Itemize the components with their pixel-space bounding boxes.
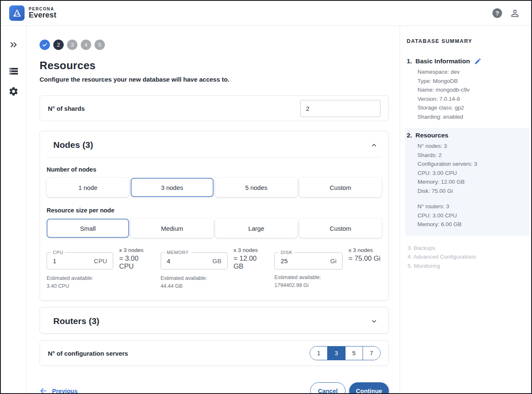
summary-line-storage-class: Storage class: gp2 xyxy=(418,103,525,112)
settings-gear-icon[interactable] xyxy=(8,86,19,97)
config-servers-option-1[interactable]: 1 xyxy=(310,347,327,360)
summary-line-cpu: CPU: 3.00 CPU xyxy=(418,169,525,178)
cpu-multiplier-nodes: x 3 nodes xyxy=(119,247,154,253)
footer-actions: Cancel Continue xyxy=(310,382,389,393)
step-5[interactable]: 5 xyxy=(94,40,105,50)
summary-line-shards: Shards: 2 xyxy=(418,151,525,160)
size-option-large[interactable]: Large xyxy=(215,219,298,238)
disk-total: = 75.00 Gi xyxy=(348,254,380,262)
summary-resources-title: Resources xyxy=(415,132,448,139)
memory-estimated-value: 44.44 GB xyxy=(161,282,268,290)
database-summary-title: DATABASE SUMMARY xyxy=(407,38,525,44)
resource-size-toggle-group: Small Medium Large Custom xyxy=(47,219,382,238)
node-option-1-node[interactable]: 1 node xyxy=(47,178,129,197)
help-icon[interactable]: ? xyxy=(492,8,502,18)
summary-basic-number: 1. xyxy=(407,57,412,65)
node-option-5-nodes[interactable]: 5 nodes xyxy=(215,178,298,197)
summary-resources-number: 2. xyxy=(407,132,412,139)
continue-button[interactable]: Continue xyxy=(349,382,389,393)
disk-estimated-label: Estimated available: xyxy=(274,274,382,282)
disk-input[interactable] xyxy=(281,257,330,264)
size-option-small[interactable]: Small xyxy=(47,219,129,238)
mountain-icon xyxy=(12,8,22,18)
summary-resources-section: 2. Resources N° nodes: 3 Shards: 2 Confi… xyxy=(405,128,530,236)
check-icon xyxy=(42,42,47,47)
user-account-icon[interactable] xyxy=(510,8,520,19)
memory-unit: GB xyxy=(212,257,221,264)
disk-unit: Gi xyxy=(330,257,336,264)
cpu-unit: CPU xyxy=(94,257,107,264)
summary-line-disk: Disk: 75.00 Gi xyxy=(418,187,525,196)
memory-multiplier: x 3 nodes = 12.00 GB xyxy=(234,247,268,270)
summary-line-namespace: Namespace: dev xyxy=(418,67,525,77)
config-servers-card: N° of configuration servers 1 3 5 7 xyxy=(40,340,389,366)
brand: PERCONA Everest xyxy=(9,5,56,21)
summary-gap xyxy=(418,195,525,202)
step-3[interactable]: 3 xyxy=(67,40,77,50)
topbar-actions: ? xyxy=(492,8,520,19)
disk-input-field[interactable]: DISK Gi xyxy=(274,252,343,269)
cpu-input[interactable] xyxy=(53,257,94,264)
summary-line-sharding: Sharding: enabled xyxy=(418,112,525,122)
disk-estimated-value: 1794402.98 Gi xyxy=(274,282,382,289)
summary-line-config-servers: Configuration servers: 3 xyxy=(418,160,525,169)
routers-accordion-header[interactable]: Routers (3) xyxy=(40,307,388,333)
chevron-down-icon xyxy=(370,318,378,325)
step-2-active[interactable]: 2 xyxy=(53,40,64,50)
app-body: 2 3 4 5 Resources Configure the resource… xyxy=(1,26,531,393)
expand-sidebar-icon[interactable] xyxy=(8,39,19,50)
disk-multiplier-nodes: x 3 nodes xyxy=(348,247,380,253)
previous-label: Previous xyxy=(52,388,77,394)
memory-resource-column: MEMORY GB x 3 nodes = 12.00 GB xyxy=(161,247,268,290)
previous-button[interactable]: Previous xyxy=(40,387,77,393)
number-of-nodes-label: Number of nodes xyxy=(47,166,382,173)
cpu-input-field[interactable]: CPU CPU xyxy=(47,252,113,269)
memory-input-label: MEMORY xyxy=(165,250,191,255)
config-servers-label: N° of configuration servers xyxy=(48,350,128,357)
summary-line-name: Name: mongodb-c9v xyxy=(418,85,525,95)
summary-line-routers-cpu: CPU: 3.00 CPU xyxy=(418,211,525,220)
node-option-custom[interactable]: Custom xyxy=(299,178,382,197)
app-window: PERCONA Everest ? xyxy=(0,0,532,394)
summary-basic-title: Basic Information xyxy=(415,57,470,65)
config-servers-option-7[interactable]: 7 xyxy=(363,347,380,360)
summary-line-memory: Memory: 12.00 GB xyxy=(418,177,525,187)
summary-basic-information-section: 1. Basic Information Namespace: dev Type… xyxy=(407,57,525,121)
nodes-accordion-title: Nodes (3) xyxy=(53,140,93,150)
memory-input[interactable] xyxy=(167,257,213,264)
databases-list-icon[interactable] xyxy=(8,66,19,77)
page-title: Resources xyxy=(40,59,389,72)
step-4[interactable]: 4 xyxy=(81,40,91,50)
memory-estimated-available: Estimated available: 44.44 GB xyxy=(161,274,268,290)
memory-multiplier-nodes: x 3 nodes xyxy=(234,247,268,253)
chevron-up-icon xyxy=(370,142,378,149)
summary-line-version: Version: 7.0.14-8 xyxy=(418,95,525,104)
main-content: 2 3 4 5 Resources Configure the resource… xyxy=(27,26,400,393)
resource-inputs-row: CPU CPU x 3 nodes = 3.00 CPU E xyxy=(47,247,382,290)
disk-multiplier: x 3 nodes = 75.00 Gi xyxy=(348,247,380,262)
shards-input[interactable] xyxy=(300,100,380,117)
size-option-medium[interactable]: Medium xyxy=(131,219,213,238)
cpu-total: = 3.00 CPU xyxy=(119,254,154,270)
step-1-completed[interactable] xyxy=(40,40,50,50)
cpu-input-label: CPU xyxy=(51,250,65,255)
page-subtitle: Configure the resources your new databas… xyxy=(40,76,389,83)
cpu-multiplier: x 3 nodes = 3.00 CPU xyxy=(119,247,154,270)
memory-input-field[interactable]: MEMORY GB xyxy=(161,252,228,269)
nodes-accordion-header[interactable]: Nodes (3) xyxy=(40,131,388,157)
disk-estimated-available: Estimated available: 1794402.98 Gi xyxy=(274,274,382,289)
config-servers-option-5[interactable]: 5 xyxy=(345,347,363,360)
cancel-button[interactable]: Cancel xyxy=(310,382,346,393)
edit-basic-information-icon[interactable] xyxy=(474,57,482,65)
node-option-3-nodes[interactable]: 3 nodes xyxy=(131,178,213,197)
config-servers-option-3[interactable]: 3 xyxy=(327,347,345,360)
wizard-footer: Previous Cancel Continue xyxy=(40,382,389,393)
node-count-toggle-group: 1 node 3 nodes 5 nodes Custom xyxy=(47,178,382,197)
summary-step-advanced-configurations: 4. Advanced Configurations xyxy=(408,252,525,262)
cpu-estimated-available: Estimated available: 3.40 CPU xyxy=(47,274,154,290)
size-option-custom[interactable]: Custom xyxy=(299,219,382,238)
cpu-resource-column: CPU CPU x 3 nodes = 3.00 CPU E xyxy=(47,247,154,290)
top-bar: PERCONA Everest ? xyxy=(1,1,531,26)
brand-everest: Everest xyxy=(29,11,56,19)
arrow-left-icon xyxy=(40,387,47,393)
